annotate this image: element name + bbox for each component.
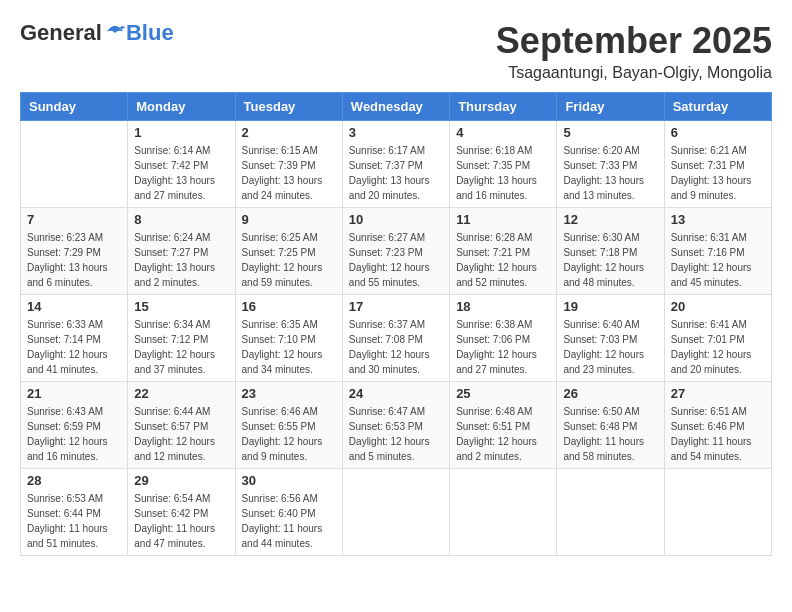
calendar-cell — [342, 469, 449, 556]
calendar-cell: 27Sunrise: 6:51 AM Sunset: 6:46 PM Dayli… — [664, 382, 771, 469]
day-info: Sunrise: 6:28 AM Sunset: 7:21 PM Dayligh… — [456, 230, 550, 290]
calendar-week-row: 7Sunrise: 6:23 AM Sunset: 7:29 PM Daylig… — [21, 208, 772, 295]
calendar-cell: 12Sunrise: 6:30 AM Sunset: 7:18 PM Dayli… — [557, 208, 664, 295]
logo-bird-icon — [104, 22, 126, 44]
calendar-cell: 9Sunrise: 6:25 AM Sunset: 7:25 PM Daylig… — [235, 208, 342, 295]
month-title: September 2025 — [496, 20, 772, 62]
day-info: Sunrise: 6:27 AM Sunset: 7:23 PM Dayligh… — [349, 230, 443, 290]
day-number: 23 — [242, 386, 336, 401]
calendar-week-row: 21Sunrise: 6:43 AM Sunset: 6:59 PM Dayli… — [21, 382, 772, 469]
day-info: Sunrise: 6:40 AM Sunset: 7:03 PM Dayligh… — [563, 317, 657, 377]
title-block: September 2025 Tsagaantungi, Bayan-Olgiy… — [496, 20, 772, 82]
day-info: Sunrise: 6:23 AM Sunset: 7:29 PM Dayligh… — [27, 230, 121, 290]
day-info: Sunrise: 6:43 AM Sunset: 6:59 PM Dayligh… — [27, 404, 121, 464]
day-info: Sunrise: 6:56 AM Sunset: 6:40 PM Dayligh… — [242, 491, 336, 551]
day-info: Sunrise: 6:14 AM Sunset: 7:42 PM Dayligh… — [134, 143, 228, 203]
day-number: 28 — [27, 473, 121, 488]
day-number: 8 — [134, 212, 228, 227]
day-number: 19 — [563, 299, 657, 314]
day-number: 16 — [242, 299, 336, 314]
calendar-cell: 18Sunrise: 6:38 AM Sunset: 7:06 PM Dayli… — [450, 295, 557, 382]
weekday-header: Friday — [557, 93, 664, 121]
day-number: 9 — [242, 212, 336, 227]
day-info: Sunrise: 6:48 AM Sunset: 6:51 PM Dayligh… — [456, 404, 550, 464]
calendar-week-row: 28Sunrise: 6:53 AM Sunset: 6:44 PM Dayli… — [21, 469, 772, 556]
day-number: 17 — [349, 299, 443, 314]
day-number: 29 — [134, 473, 228, 488]
calendar-cell: 1Sunrise: 6:14 AM Sunset: 7:42 PM Daylig… — [128, 121, 235, 208]
day-number: 7 — [27, 212, 121, 227]
weekday-header: Sunday — [21, 93, 128, 121]
day-info: Sunrise: 6:20 AM Sunset: 7:33 PM Dayligh… — [563, 143, 657, 203]
calendar-cell: 8Sunrise: 6:24 AM Sunset: 7:27 PM Daylig… — [128, 208, 235, 295]
day-info: Sunrise: 6:50 AM Sunset: 6:48 PM Dayligh… — [563, 404, 657, 464]
day-info: Sunrise: 6:46 AM Sunset: 6:55 PM Dayligh… — [242, 404, 336, 464]
calendar-cell — [21, 121, 128, 208]
weekday-header: Monday — [128, 93, 235, 121]
calendar-cell — [557, 469, 664, 556]
day-number: 10 — [349, 212, 443, 227]
day-number: 11 — [456, 212, 550, 227]
day-number: 30 — [242, 473, 336, 488]
day-info: Sunrise: 6:41 AM Sunset: 7:01 PM Dayligh… — [671, 317, 765, 377]
day-number: 6 — [671, 125, 765, 140]
calendar-cell: 30Sunrise: 6:56 AM Sunset: 6:40 PM Dayli… — [235, 469, 342, 556]
calendar-cell: 11Sunrise: 6:28 AM Sunset: 7:21 PM Dayli… — [450, 208, 557, 295]
day-info: Sunrise: 6:18 AM Sunset: 7:35 PM Dayligh… — [456, 143, 550, 203]
logo-general-text: General — [20, 20, 102, 46]
day-info: Sunrise: 6:15 AM Sunset: 7:39 PM Dayligh… — [242, 143, 336, 203]
day-info: Sunrise: 6:37 AM Sunset: 7:08 PM Dayligh… — [349, 317, 443, 377]
day-number: 22 — [134, 386, 228, 401]
day-info: Sunrise: 6:33 AM Sunset: 7:14 PM Dayligh… — [27, 317, 121, 377]
logo-blue-text: Blue — [126, 20, 174, 46]
calendar-cell: 26Sunrise: 6:50 AM Sunset: 6:48 PM Dayli… — [557, 382, 664, 469]
calendar-cell: 3Sunrise: 6:17 AM Sunset: 7:37 PM Daylig… — [342, 121, 449, 208]
logo: General Blue — [20, 20, 174, 46]
calendar-cell: 10Sunrise: 6:27 AM Sunset: 7:23 PM Dayli… — [342, 208, 449, 295]
day-number: 2 — [242, 125, 336, 140]
day-info: Sunrise: 6:24 AM Sunset: 7:27 PM Dayligh… — [134, 230, 228, 290]
calendar-cell: 19Sunrise: 6:40 AM Sunset: 7:03 PM Dayli… — [557, 295, 664, 382]
calendar-cell: 7Sunrise: 6:23 AM Sunset: 7:29 PM Daylig… — [21, 208, 128, 295]
day-number: 4 — [456, 125, 550, 140]
day-number: 3 — [349, 125, 443, 140]
weekday-header: Saturday — [664, 93, 771, 121]
day-number: 13 — [671, 212, 765, 227]
page-header: General Blue September 2025 Tsagaantungi… — [20, 20, 772, 82]
calendar-cell: 28Sunrise: 6:53 AM Sunset: 6:44 PM Dayli… — [21, 469, 128, 556]
calendar-cell: 2Sunrise: 6:15 AM Sunset: 7:39 PM Daylig… — [235, 121, 342, 208]
day-info: Sunrise: 6:30 AM Sunset: 7:18 PM Dayligh… — [563, 230, 657, 290]
calendar-cell: 15Sunrise: 6:34 AM Sunset: 7:12 PM Dayli… — [128, 295, 235, 382]
calendar-cell: 29Sunrise: 6:54 AM Sunset: 6:42 PM Dayli… — [128, 469, 235, 556]
day-info: Sunrise: 6:31 AM Sunset: 7:16 PM Dayligh… — [671, 230, 765, 290]
calendar-table: SundayMondayTuesdayWednesdayThursdayFrid… — [20, 92, 772, 556]
day-info: Sunrise: 6:47 AM Sunset: 6:53 PM Dayligh… — [349, 404, 443, 464]
location-title: Tsagaantungi, Bayan-Olgiy, Mongolia — [496, 64, 772, 82]
day-number: 25 — [456, 386, 550, 401]
day-number: 15 — [134, 299, 228, 314]
day-info: Sunrise: 6:21 AM Sunset: 7:31 PM Dayligh… — [671, 143, 765, 203]
day-info: Sunrise: 6:44 AM Sunset: 6:57 PM Dayligh… — [134, 404, 228, 464]
day-number: 27 — [671, 386, 765, 401]
calendar-cell: 17Sunrise: 6:37 AM Sunset: 7:08 PM Dayli… — [342, 295, 449, 382]
weekday-header: Tuesday — [235, 93, 342, 121]
calendar-cell: 21Sunrise: 6:43 AM Sunset: 6:59 PM Dayli… — [21, 382, 128, 469]
day-info: Sunrise: 6:35 AM Sunset: 7:10 PM Dayligh… — [242, 317, 336, 377]
day-number: 5 — [563, 125, 657, 140]
day-info: Sunrise: 6:54 AM Sunset: 6:42 PM Dayligh… — [134, 491, 228, 551]
day-number: 1 — [134, 125, 228, 140]
day-number: 18 — [456, 299, 550, 314]
calendar-cell: 6Sunrise: 6:21 AM Sunset: 7:31 PM Daylig… — [664, 121, 771, 208]
day-info: Sunrise: 6:17 AM Sunset: 7:37 PM Dayligh… — [349, 143, 443, 203]
calendar-cell — [664, 469, 771, 556]
day-info: Sunrise: 6:51 AM Sunset: 6:46 PM Dayligh… — [671, 404, 765, 464]
calendar-cell: 25Sunrise: 6:48 AM Sunset: 6:51 PM Dayli… — [450, 382, 557, 469]
calendar-cell — [450, 469, 557, 556]
day-info: Sunrise: 6:34 AM Sunset: 7:12 PM Dayligh… — [134, 317, 228, 377]
day-number: 21 — [27, 386, 121, 401]
calendar-cell: 20Sunrise: 6:41 AM Sunset: 7:01 PM Dayli… — [664, 295, 771, 382]
day-info: Sunrise: 6:38 AM Sunset: 7:06 PM Dayligh… — [456, 317, 550, 377]
calendar-cell: 24Sunrise: 6:47 AM Sunset: 6:53 PM Dayli… — [342, 382, 449, 469]
day-number: 26 — [563, 386, 657, 401]
calendar-cell: 23Sunrise: 6:46 AM Sunset: 6:55 PM Dayli… — [235, 382, 342, 469]
